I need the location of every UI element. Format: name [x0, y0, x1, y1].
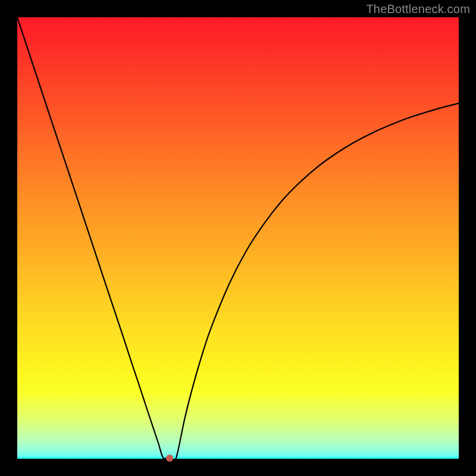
- bottleneck-curve: [17, 17, 459, 459]
- plot-area: [17, 17, 459, 459]
- watermark-label: TheBottleneck.com: [366, 2, 470, 16]
- chart-frame: TheBottleneck.com: [0, 0, 476, 476]
- min-marker: [166, 455, 173, 462]
